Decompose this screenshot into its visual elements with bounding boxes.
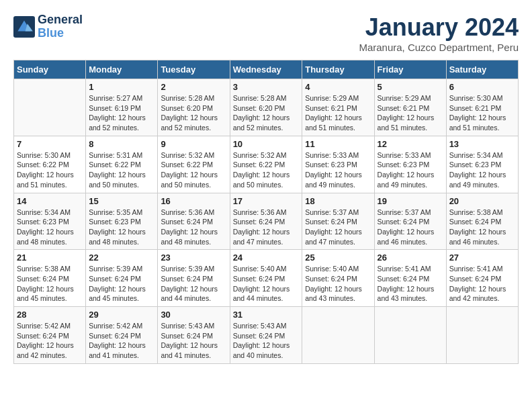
day-info: Sunrise: 5:28 AM Sunset: 6:20 PM Dayligh… [233, 93, 300, 133]
day-cell: 8Sunrise: 5:31 AM Sunset: 6:22 PM Daylig… [86, 136, 158, 193]
day-info: Sunrise: 5:38 AM Sunset: 6:24 PM Dayligh… [17, 264, 83, 304]
day-info: Sunrise: 5:32 AM Sunset: 6:22 PM Dayligh… [161, 150, 226, 190]
day-number: 19 [378, 196, 443, 206]
logo-line2: Blue [38, 27, 83, 40]
day-cell: 1Sunrise: 5:27 AM Sunset: 6:19 PM Daylig… [86, 79, 158, 136]
day-cell: 14Sunrise: 5:34 AM Sunset: 6:23 PM Dayli… [14, 193, 86, 250]
header-cell-sunday: Sunday [14, 60, 86, 79]
day-cell: 16Sunrise: 5:36 AM Sunset: 6:24 PM Dayli… [158, 193, 230, 250]
header-cell-thursday: Thursday [302, 60, 374, 79]
day-number: 31 [233, 310, 300, 320]
day-info: Sunrise: 5:43 AM Sunset: 6:24 PM Dayligh… [233, 321, 300, 361]
day-cell: 22Sunrise: 5:39 AM Sunset: 6:24 PM Dayli… [86, 250, 158, 307]
day-info: Sunrise: 5:40 AM Sunset: 6:24 PM Dayligh… [305, 264, 371, 304]
day-info: Sunrise: 5:43 AM Sunset: 6:24 PM Dayligh… [161, 321, 226, 361]
day-number: 28 [17, 310, 83, 320]
day-cell: 23Sunrise: 5:39 AM Sunset: 6:24 PM Dayli… [158, 250, 230, 307]
day-cell: 21Sunrise: 5:38 AM Sunset: 6:24 PM Dayli… [14, 250, 86, 307]
day-number: 17 [233, 196, 300, 206]
day-number: 8 [89, 139, 154, 149]
day-cell: 30Sunrise: 5:43 AM Sunset: 6:24 PM Dayli… [158, 307, 230, 364]
day-number: 29 [89, 310, 154, 320]
day-cell: 4Sunrise: 5:29 AM Sunset: 6:21 PM Daylig… [302, 79, 374, 136]
day-number: 2 [161, 82, 226, 92]
day-cell: 15Sunrise: 5:35 AM Sunset: 6:23 PM Dayli… [86, 193, 158, 250]
day-cell: 7Sunrise: 5:30 AM Sunset: 6:22 PM Daylig… [14, 136, 86, 193]
day-number: 24 [233, 253, 300, 263]
day-info: Sunrise: 5:30 AM Sunset: 6:22 PM Dayligh… [17, 150, 83, 190]
day-number: 22 [89, 253, 154, 263]
day-number: 23 [161, 253, 226, 263]
day-number: 5 [378, 82, 443, 92]
day-cell: 12Sunrise: 5:33 AM Sunset: 6:23 PM Dayli… [374, 136, 446, 193]
page-header: General Blue January 2024 Maranura, Cuzc… [13, 13, 519, 53]
title-block: January 2024 Maranura, Cuzco Department,… [359, 13, 519, 53]
day-number: 20 [449, 196, 515, 206]
day-number: 25 [305, 253, 371, 263]
day-info: Sunrise: 5:37 AM Sunset: 6:24 PM Dayligh… [378, 208, 443, 247]
day-info: Sunrise: 5:39 AM Sunset: 6:24 PM Dayligh… [89, 264, 154, 304]
day-info: Sunrise: 5:30 AM Sunset: 6:21 PM Dayligh… [449, 93, 515, 133]
day-info: Sunrise: 5:34 AM Sunset: 6:23 PM Dayligh… [17, 208, 83, 247]
day-info: Sunrise: 5:28 AM Sunset: 6:20 PM Dayligh… [161, 93, 226, 133]
header-cell-friday: Friday [374, 60, 446, 79]
day-cell: 13Sunrise: 5:34 AM Sunset: 6:23 PM Dayli… [446, 136, 518, 193]
month-title: January 2024 [359, 13, 519, 42]
day-info: Sunrise: 5:41 AM Sunset: 6:24 PM Dayligh… [449, 264, 515, 304]
day-cell: 11Sunrise: 5:33 AM Sunset: 6:23 PM Dayli… [302, 136, 374, 193]
day-info: Sunrise: 5:33 AM Sunset: 6:23 PM Dayligh… [378, 150, 443, 190]
header-row: SundayMondayTuesdayWednesdayThursdayFrid… [14, 60, 519, 79]
day-cell: 26Sunrise: 5:41 AM Sunset: 6:24 PM Dayli… [374, 250, 446, 307]
week-row-0: 1Sunrise: 5:27 AM Sunset: 6:19 PM Daylig… [14, 79, 519, 136]
logo-icon [13, 16, 35, 38]
day-info: Sunrise: 5:42 AM Sunset: 6:24 PM Dayligh… [89, 321, 154, 361]
day-number: 10 [233, 139, 300, 149]
day-info: Sunrise: 5:38 AM Sunset: 6:24 PM Dayligh… [449, 208, 515, 247]
day-cell: 29Sunrise: 5:42 AM Sunset: 6:24 PM Dayli… [86, 307, 158, 364]
week-row-4: 28Sunrise: 5:42 AM Sunset: 6:24 PM Dayli… [14, 307, 519, 364]
day-number: 9 [161, 139, 226, 149]
day-number: 4 [305, 82, 371, 92]
day-cell [302, 307, 374, 364]
calendar-table: SundayMondayTuesdayWednesdayThursdayFrid… [13, 60, 519, 364]
day-info: Sunrise: 5:29 AM Sunset: 6:21 PM Dayligh… [305, 93, 371, 133]
day-cell: 27Sunrise: 5:41 AM Sunset: 6:24 PM Dayli… [446, 250, 518, 307]
day-cell: 31Sunrise: 5:43 AM Sunset: 6:24 PM Dayli… [230, 307, 302, 364]
day-cell: 10Sunrise: 5:32 AM Sunset: 6:22 PM Dayli… [230, 136, 302, 193]
day-cell: 19Sunrise: 5:37 AM Sunset: 6:24 PM Dayli… [374, 193, 446, 250]
day-number: 16 [161, 196, 226, 206]
header-cell-monday: Monday [86, 60, 158, 79]
week-row-2: 14Sunrise: 5:34 AM Sunset: 6:23 PM Dayli… [14, 193, 519, 250]
logo-line1: General [38, 13, 83, 27]
day-info: Sunrise: 5:29 AM Sunset: 6:21 PM Dayligh… [378, 93, 443, 133]
day-info: Sunrise: 5:31 AM Sunset: 6:22 PM Dayligh… [89, 150, 154, 190]
subtitle: Maranura, Cuzco Department, Peru [359, 42, 519, 53]
day-cell: 5Sunrise: 5:29 AM Sunset: 6:21 PM Daylig… [374, 79, 446, 136]
day-number: 13 [449, 139, 515, 149]
day-number: 21 [17, 253, 83, 263]
day-number: 3 [233, 82, 300, 92]
day-info: Sunrise: 5:34 AM Sunset: 6:23 PM Dayligh… [449, 150, 515, 190]
day-number: 11 [305, 139, 371, 149]
day-cell: 24Sunrise: 5:40 AM Sunset: 6:24 PM Dayli… [230, 250, 302, 307]
day-cell: 28Sunrise: 5:42 AM Sunset: 6:24 PM Dayli… [14, 307, 86, 364]
day-number: 7 [17, 139, 83, 149]
day-info: Sunrise: 5:36 AM Sunset: 6:24 PM Dayligh… [161, 208, 226, 247]
day-number: 14 [17, 196, 83, 206]
week-row-3: 21Sunrise: 5:38 AM Sunset: 6:24 PM Dayli… [14, 250, 519, 307]
day-number: 15 [89, 196, 154, 206]
day-info: Sunrise: 5:40 AM Sunset: 6:24 PM Dayligh… [233, 264, 300, 304]
day-cell [374, 307, 446, 364]
day-cell: 9Sunrise: 5:32 AM Sunset: 6:22 PM Daylig… [158, 136, 230, 193]
day-number: 12 [378, 139, 443, 149]
day-info: Sunrise: 5:33 AM Sunset: 6:23 PM Dayligh… [305, 150, 371, 190]
day-number: 30 [161, 310, 226, 320]
day-info: Sunrise: 5:37 AM Sunset: 6:24 PM Dayligh… [305, 208, 371, 247]
day-info: Sunrise: 5:41 AM Sunset: 6:24 PM Dayligh… [378, 264, 443, 304]
day-cell [446, 307, 518, 364]
day-info: Sunrise: 5:36 AM Sunset: 6:24 PM Dayligh… [233, 208, 300, 247]
day-cell: 18Sunrise: 5:37 AM Sunset: 6:24 PM Dayli… [302, 193, 374, 250]
header-cell-tuesday: Tuesday [158, 60, 230, 79]
day-cell: 3Sunrise: 5:28 AM Sunset: 6:20 PM Daylig… [230, 79, 302, 136]
day-cell: 25Sunrise: 5:40 AM Sunset: 6:24 PM Dayli… [302, 250, 374, 307]
